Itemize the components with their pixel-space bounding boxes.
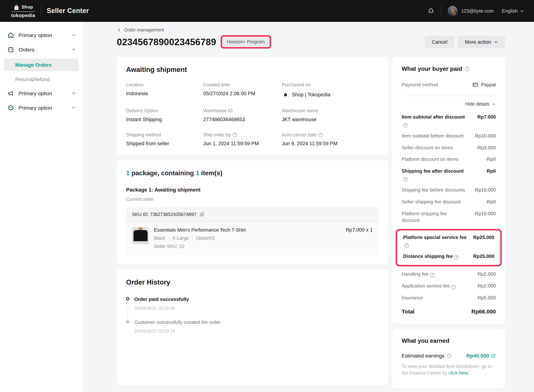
sidebar-item-label: Manage Orders	[15, 62, 52, 68]
sku-id-row: SKU ID: 736273652435674897	[126, 207, 379, 222]
fee-row: Seller shipping fee discount -Rp0	[402, 199, 496, 206]
fee-row: Distance shipping fee Rp25.000	[403, 253, 494, 260]
svg-text:♪: ♪	[285, 94, 286, 96]
sidebar-item-primary-3[interactable]: Primary option	[0, 100, 83, 115]
home-icon	[7, 32, 14, 38]
chevron-up-icon	[71, 47, 76, 52]
sidebar-item-manage-orders[interactable]: Manage Orders	[4, 59, 79, 71]
package-subtitle: Package 1: Awaiting shipment	[126, 187, 379, 193]
copy-icon[interactable]	[199, 212, 205, 217]
sidebar-item-return-refund[interactable]: Return&Refund	[0, 73, 83, 86]
estimated-earnings-link[interactable]: Rp40.000	[466, 353, 496, 359]
order-history-title: Order History	[126, 278, 379, 286]
buyer-paid-title: What your buyer paid	[402, 65, 462, 72]
field-shipping-method: Shipping method Shipped from seller	[126, 132, 203, 146]
sidebar-item-label: Return&Refund	[15, 76, 50, 82]
divider	[402, 96, 496, 96]
product-name[interactable]: Essentials Men's Performance Tech T-Shir…	[154, 227, 341, 233]
logo-shop-text: Shop	[22, 5, 33, 10]
product-price: Rp7.000 x 1	[346, 227, 373, 249]
help-icon[interactable]	[405, 243, 409, 248]
fee-row: Handling fee Rp2.000	[402, 271, 496, 278]
field-purchased-on: Purchased on ♪ Shop | Tokopedia	[282, 82, 379, 98]
product-attributes: Black X-Large Option03	[154, 236, 341, 241]
buyer-paid-card: What your buyer paid Payment method	[392, 57, 505, 324]
fee-row: Item subtotal before discount Rp10.000	[402, 132, 496, 140]
top-header: ♪ Shop tokopedia Seller Center 123@byte.…	[0, 0, 534, 22]
fee-row: Application service fee Rp2.000	[402, 283, 496, 289]
breadcrumb-label: Order management	[124, 28, 164, 33]
logo-brand-text: tokopedia	[11, 12, 35, 18]
fee-row: Seller discount on items -Rp3.000	[402, 144, 496, 151]
order-history-card: Order History Order paid successfully 25…	[117, 269, 388, 385]
help-icon[interactable]	[403, 177, 407, 182]
field-created-time: Created time 05/27/2024 2:06:00 PM	[203, 82, 282, 98]
more-action-button[interactable]: More action	[458, 36, 505, 48]
payment-method-value: Paypal	[481, 82, 496, 87]
sidebar-item-label: Orders	[19, 47, 71, 52]
credit-card-icon	[472, 82, 479, 88]
notifications-bell-icon[interactable]	[427, 7, 435, 15]
svg-text:♪: ♪	[16, 6, 17, 9]
package-heading: 1 package, containing 1 item(s)	[126, 169, 379, 177]
estimated-earnings-row: Estimated earnings Rp40.000	[402, 353, 496, 359]
help-icon[interactable]	[465, 67, 469, 71]
help-icon[interactable]	[451, 285, 456, 289]
main-content: Order management 0234567890023456789 Hor…	[117, 22, 505, 388]
seller-sku: Seller SKU: 10	[154, 244, 341, 249]
order-id-title: 0234567890023456789	[117, 37, 216, 47]
field-ship-order-by: Ship order by Jun 1, 2024 11:59:59 PM	[203, 132, 282, 146]
field-location: Location Indonesia	[126, 82, 203, 98]
help-icon[interactable]	[454, 255, 459, 260]
sidebar-item-orders[interactable]: Orders	[0, 42, 83, 57]
more-action-label: More action	[465, 39, 491, 45]
timeline-dot-icon	[126, 297, 129, 300]
timeline-connector	[128, 303, 128, 320]
seller-center-app: ♪ Shop tokopedia Seller Center 123@byte.…	[0, 0, 534, 392]
shipment-status-card: Awaiting shipment Location Indonesia Cre…	[117, 57, 388, 155]
field-delivery-option: Delivery Option Instant Shipping	[126, 108, 203, 122]
chevron-left-icon	[117, 28, 121, 32]
annotation-highlight-fees: Platform special service fee Rp25.000 Di…	[396, 229, 502, 266]
fee-row: Shipping fee before discounts Rp10.000	[402, 187, 496, 194]
fee-row: Shipping fee after discount Rp0	[402, 168, 496, 182]
fee-row: Insurance Rp5.000	[402, 294, 496, 301]
history-event: Order paid successfully 25/04/2020 20:20…	[126, 296, 379, 311]
earned-card: What you earned Estimated earnings Rp40.…	[392, 329, 505, 388]
sidebar-item-label: Primary option	[19, 105, 71, 111]
help-icon[interactable]	[319, 133, 323, 137]
orders-bag-icon	[7, 46, 14, 53]
language-selector[interactable]: English	[502, 8, 524, 14]
payment-method-row: Payment method Paypal	[402, 82, 496, 88]
megaphone-icon	[7, 90, 14, 97]
fee-row: Platform special service fee Rp25.000	[403, 234, 494, 248]
header-divider	[441, 6, 441, 16]
help-icon[interactable]	[447, 354, 451, 358]
language-label: English	[502, 8, 518, 14]
help-icon[interactable]	[233, 133, 237, 137]
package-card: 1 package, containing 1 item(s) Package …	[117, 160, 388, 264]
help-icon[interactable]	[403, 123, 407, 127]
cancel-button[interactable]: Cancel	[425, 36, 454, 48]
cube-icon	[7, 104, 14, 111]
timeline-dot-icon	[126, 320, 129, 323]
hide-details-toggle[interactable]: Hide details	[402, 102, 496, 107]
finance-center-link[interactable]: click here.	[449, 371, 469, 376]
sidebar-item-label: Primary option	[19, 90, 71, 96]
fee-row: Platform discount on items -Rp0	[402, 156, 496, 163]
avatar[interactable]	[447, 6, 457, 16]
shipment-status-title: Awaiting shipment	[126, 65, 379, 74]
sidebar-item-primary-2[interactable]: Primary option	[0, 86, 83, 100]
chevron-down-icon	[71, 91, 76, 96]
sidebar: Primary option Orders Manage Ord	[0, 22, 83, 392]
sidebar-item-primary-1[interactable]: Primary option	[0, 28, 83, 42]
payment-method-label: Payment method	[402, 82, 438, 87]
package-items-box: SKU ID: 736273652435674897	[126, 207, 379, 255]
history-event: Customer successfully created the order …	[126, 319, 379, 334]
shop-tokopedia-logo[interactable]: ♪ Shop tokopedia	[11, 4, 35, 18]
shop-channel-icon: ♪	[282, 91, 289, 98]
fee-breakdown: Item subtotal after discount Rp7.000 Ite…	[402, 114, 496, 315]
sidebar-item-label: Primary option	[19, 32, 71, 38]
help-icon[interactable]	[430, 273, 435, 278]
breadcrumb-back-link[interactable]: Order management	[117, 28, 164, 33]
